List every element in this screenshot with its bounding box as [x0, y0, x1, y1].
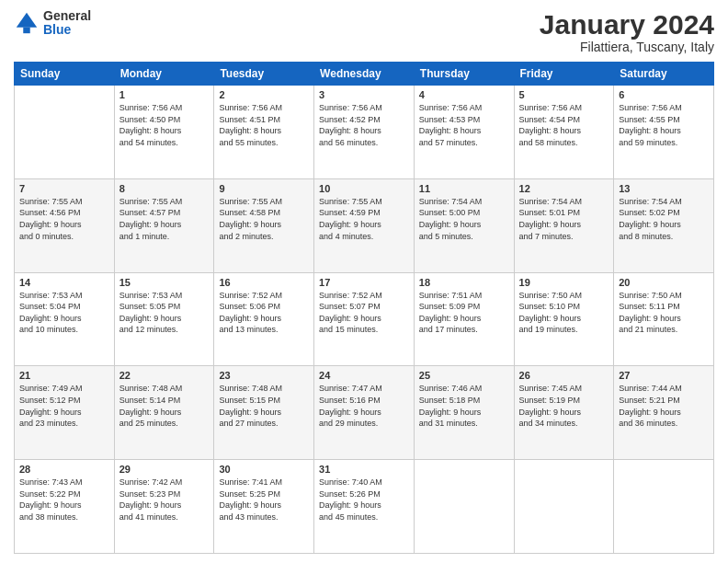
calendar-cell: 14Sunrise: 7:53 AM Sunset: 5:04 PM Dayli…: [15, 272, 115, 366]
calendar-cell: 24Sunrise: 7:47 AM Sunset: 5:16 PM Dayli…: [314, 366, 415, 460]
calendar-cell: 4Sunrise: 7:56 AM Sunset: 4:53 PM Daylig…: [414, 86, 514, 179]
day-number: 23: [219, 370, 309, 381]
logo: General Blue: [14, 9, 91, 38]
col-header-sunday: Sunday: [15, 63, 115, 86]
day-number: 7: [19, 183, 109, 194]
calendar-cell: 7Sunrise: 7:55 AM Sunset: 4:56 PM Daylig…: [15, 178, 115, 272]
day-info: Sunrise: 7:54 AM Sunset: 5:01 PM Dayligh…: [519, 196, 609, 242]
calendar-cell: [514, 460, 614, 554]
day-number: 21: [19, 370, 109, 381]
day-number: 8: [119, 183, 210, 194]
calendar-cell: [15, 86, 115, 179]
calendar-cell: 21Sunrise: 7:49 AM Sunset: 5:12 PM Dayli…: [15, 366, 115, 460]
calendar-cell: 26Sunrise: 7:45 AM Sunset: 5:19 PM Dayli…: [514, 366, 614, 460]
col-header-saturday: Saturday: [614, 63, 714, 86]
day-info: Sunrise: 7:43 AM Sunset: 5:22 PM Dayligh…: [19, 477, 109, 523]
calendar-cell: 3Sunrise: 7:56 AM Sunset: 4:52 PM Daylig…: [314, 86, 415, 179]
calendar-cell: 18Sunrise: 7:51 AM Sunset: 5:09 PM Dayli…: [414, 272, 514, 366]
calendar-cell: 8Sunrise: 7:55 AM Sunset: 4:57 PM Daylig…: [114, 178, 214, 272]
calendar-cell: 20Sunrise: 7:50 AM Sunset: 5:11 PM Dayli…: [614, 272, 714, 366]
calendar-cell: 25Sunrise: 7:46 AM Sunset: 5:18 PM Dayli…: [414, 366, 514, 460]
day-info: Sunrise: 7:51 AM Sunset: 5:09 PM Dayligh…: [419, 290, 509, 336]
day-info: Sunrise: 7:48 AM Sunset: 5:15 PM Dayligh…: [219, 383, 309, 429]
calendar-cell: 10Sunrise: 7:55 AM Sunset: 4:59 PM Dayli…: [314, 178, 415, 272]
page-header: General Blue January 2024 Filattiera, Tu…: [14, 9, 714, 54]
calendar-cell: 17Sunrise: 7:52 AM Sunset: 5:07 PM Dayli…: [314, 272, 415, 366]
day-number: 10: [319, 183, 409, 194]
day-number: 2: [219, 89, 309, 100]
day-info: Sunrise: 7:56 AM Sunset: 4:54 PM Dayligh…: [519, 102, 609, 148]
day-number: 20: [619, 277, 709, 288]
day-info: Sunrise: 7:49 AM Sunset: 5:12 PM Dayligh…: [19, 383, 109, 429]
logo-general-text: General: [43, 9, 91, 23]
calendar-subtitle: Filattiera, Tuscany, Italy: [540, 40, 714, 54]
calendar-cell: 27Sunrise: 7:44 AM Sunset: 5:21 PM Dayli…: [614, 366, 714, 460]
day-number: 28: [19, 464, 109, 475]
day-number: 9: [219, 183, 309, 194]
calendar-cell: 22Sunrise: 7:48 AM Sunset: 5:14 PM Dayli…: [114, 366, 214, 460]
day-info: Sunrise: 7:44 AM Sunset: 5:21 PM Dayligh…: [619, 383, 709, 429]
calendar-cell: 9Sunrise: 7:55 AM Sunset: 4:58 PM Daylig…: [214, 178, 314, 272]
day-number: 4: [419, 89, 509, 100]
calendar-cell: 6Sunrise: 7:56 AM Sunset: 4:55 PM Daylig…: [614, 86, 714, 179]
day-number: 6: [619, 89, 709, 100]
calendar-cell: 29Sunrise: 7:42 AM Sunset: 5:23 PM Dayli…: [114, 460, 214, 554]
calendar-cell: 2Sunrise: 7:56 AM Sunset: 4:51 PM Daylig…: [214, 86, 314, 179]
calendar-cell: 1Sunrise: 7:56 AM Sunset: 4:50 PM Daylig…: [114, 86, 214, 179]
day-info: Sunrise: 7:52 AM Sunset: 5:07 PM Dayligh…: [319, 290, 409, 336]
day-info: Sunrise: 7:53 AM Sunset: 5:05 PM Dayligh…: [119, 290, 210, 336]
day-number: 27: [619, 370, 709, 381]
calendar-table: SundayMondayTuesdayWednesdayThursdayFrid…: [14, 62, 714, 554]
day-number: 19: [519, 277, 609, 288]
day-info: Sunrise: 7:56 AM Sunset: 4:52 PM Dayligh…: [319, 102, 409, 148]
day-number: 17: [319, 277, 409, 288]
calendar-cell: 13Sunrise: 7:54 AM Sunset: 5:02 PM Dayli…: [614, 178, 714, 272]
col-header-friday: Friday: [514, 63, 614, 86]
day-info: Sunrise: 7:46 AM Sunset: 5:18 PM Dayligh…: [419, 383, 509, 429]
calendar-cell: 11Sunrise: 7:54 AM Sunset: 5:00 PM Dayli…: [414, 178, 514, 272]
day-info: Sunrise: 7:55 AM Sunset: 4:56 PM Dayligh…: [19, 196, 109, 242]
day-number: 29: [119, 464, 210, 475]
logo-icon: [14, 10, 40, 36]
day-number: 11: [419, 183, 509, 194]
day-number: 26: [519, 370, 609, 381]
calendar-title: January 2024: [540, 9, 714, 40]
col-header-wednesday: Wednesday: [314, 63, 415, 86]
day-number: 15: [119, 277, 210, 288]
calendar-cell: 30Sunrise: 7:41 AM Sunset: 5:25 PM Dayli…: [214, 460, 314, 554]
day-number: 13: [619, 183, 709, 194]
calendar-cell: 28Sunrise: 7:43 AM Sunset: 5:22 PM Dayli…: [15, 460, 115, 554]
day-number: 22: [119, 370, 210, 381]
title-block: January 2024 Filattiera, Tuscany, Italy: [540, 9, 714, 54]
svg-marker-0: [17, 13, 37, 28]
day-info: Sunrise: 7:50 AM Sunset: 5:11 PM Dayligh…: [619, 290, 709, 336]
day-info: Sunrise: 7:40 AM Sunset: 5:26 PM Dayligh…: [319, 477, 409, 523]
day-info: Sunrise: 7:47 AM Sunset: 5:16 PM Dayligh…: [319, 383, 409, 429]
day-info: Sunrise: 7:55 AM Sunset: 4:58 PM Dayligh…: [219, 196, 309, 242]
day-info: Sunrise: 7:54 AM Sunset: 5:02 PM Dayligh…: [619, 196, 709, 242]
col-header-tuesday: Tuesday: [214, 63, 314, 86]
day-number: 14: [19, 277, 109, 288]
day-number: 25: [419, 370, 509, 381]
day-info: Sunrise: 7:45 AM Sunset: 5:19 PM Dayligh…: [519, 383, 609, 429]
col-header-monday: Monday: [114, 63, 214, 86]
day-number: 30: [219, 464, 309, 475]
col-header-thursday: Thursday: [414, 63, 514, 86]
day-number: 24: [319, 370, 409, 381]
day-info: Sunrise: 7:56 AM Sunset: 4:53 PM Dayligh…: [419, 102, 509, 148]
day-info: Sunrise: 7:52 AM Sunset: 5:06 PM Dayligh…: [219, 290, 309, 336]
day-number: 1: [119, 89, 210, 100]
day-number: 3: [319, 89, 409, 100]
calendar-cell: 16Sunrise: 7:52 AM Sunset: 5:06 PM Dayli…: [214, 272, 314, 366]
day-info: Sunrise: 7:48 AM Sunset: 5:14 PM Dayligh…: [119, 383, 210, 429]
calendar-cell: 12Sunrise: 7:54 AM Sunset: 5:01 PM Dayli…: [514, 178, 614, 272]
svg-rect-1: [23, 28, 29, 34]
day-info: Sunrise: 7:55 AM Sunset: 4:57 PM Dayligh…: [119, 196, 210, 242]
day-info: Sunrise: 7:53 AM Sunset: 5:04 PM Dayligh…: [19, 290, 109, 336]
day-number: 18: [419, 277, 509, 288]
calendar-cell: 5Sunrise: 7:56 AM Sunset: 4:54 PM Daylig…: [514, 86, 614, 179]
day-info: Sunrise: 7:55 AM Sunset: 4:59 PM Dayligh…: [319, 196, 409, 242]
calendar-cell: 31Sunrise: 7:40 AM Sunset: 5:26 PM Dayli…: [314, 460, 415, 554]
day-number: 5: [519, 89, 609, 100]
calendar-cell: [414, 460, 514, 554]
